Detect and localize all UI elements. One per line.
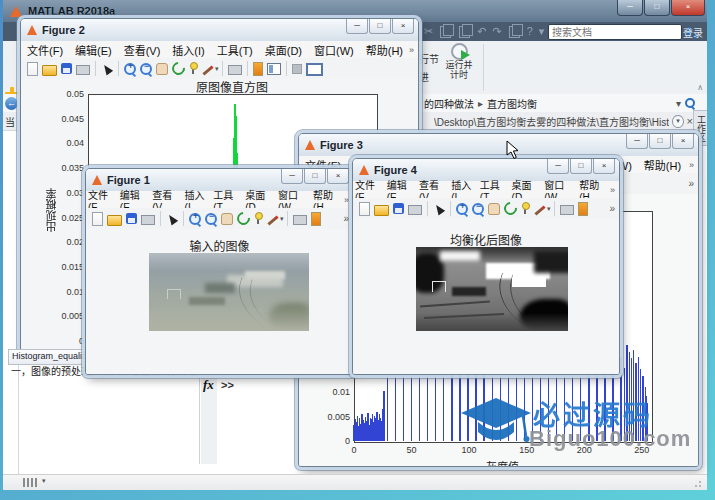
minimize-button[interactable]: ─ [547, 159, 569, 174]
zoom-out-icon[interactable] [205, 213, 217, 225]
advance-label-partial[interactable]: 进 [419, 69, 429, 84]
minimize-button[interactable]: ─ [346, 19, 368, 34]
figure3-titlebar[interactable]: Figure 3 ─ □ × [299, 134, 698, 157]
brush-icon[interactable] [202, 65, 213, 75]
run-section-label-partial[interactable]: 行节 [419, 51, 439, 66]
toolbar-dropdown-icon[interactable]: ▾ [539, 23, 545, 40]
zoom-out-icon[interactable] [140, 63, 152, 75]
new-figure-icon[interactable] [27, 62, 38, 76]
menu-file[interactable]: 文件(F) [27, 42, 63, 58]
open-icon[interactable] [107, 215, 122, 226]
menu-help[interactable]: 帮助(H) [644, 157, 681, 173]
menu-view[interactable]: 查看(V) [124, 42, 161, 58]
switch-window-icon[interactable] [509, 26, 520, 38]
brush-icon[interactable] [534, 205, 545, 215]
brush-dropdown-icon[interactable]: ▾ [280, 215, 284, 223]
close-button[interactable]: × [593, 159, 615, 174]
menu-overflow-icon[interactable]: » [409, 45, 414, 55]
close-button[interactable]: × [671, 0, 705, 16]
menu-tools[interactable]: 工具(T) [217, 42, 253, 58]
pointer-icon[interactable] [101, 62, 113, 75]
pointer-icon[interactable] [433, 202, 445, 215]
menu-desktop[interactable]: 桌面(D) [265, 42, 302, 58]
folder-search-icon[interactable] [685, 98, 695, 108]
command-prompt[interactable]: >> [221, 379, 234, 391]
breadcrumb-dropdown-icon[interactable]: ▾ [676, 98, 681, 109]
maximize-button[interactable]: □ [369, 19, 391, 34]
hide-plottools-icon[interactable] [292, 64, 302, 74]
menu-overflow-icon[interactable]: » [344, 195, 349, 205]
colorbar-icon[interactable] [311, 212, 321, 226]
show-plottools-icon[interactable] [306, 63, 323, 76]
datacursor-icon[interactable] [192, 63, 194, 74]
close-button[interactable]: × [672, 134, 694, 149]
minimize-button[interactable]: ─ [626, 134, 648, 149]
print-icon[interactable] [76, 65, 90, 75]
datacursor-icon[interactable] [524, 203, 526, 214]
close-button[interactable]: × [327, 169, 349, 184]
cut-icon[interactable]: ✂ [424, 23, 433, 40]
save-icon[interactable] [61, 63, 72, 74]
new-figure-icon[interactable] [359, 202, 370, 216]
doc-search-box[interactable] [548, 24, 682, 40]
zoom-out-icon[interactable] [472, 203, 484, 215]
print-icon[interactable] [141, 215, 155, 225]
save-icon[interactable] [393, 203, 404, 214]
menu-window[interactable]: 窗口(W) [314, 42, 354, 58]
open-icon[interactable] [42, 65, 57, 76]
brush-dropdown-icon[interactable]: ▾ [215, 65, 219, 73]
brush-icon[interactable] [267, 215, 278, 225]
maximize-button[interactable]: □ [570, 159, 592, 174]
rotate3d-icon[interactable] [169, 59, 187, 77]
link-plot-icon[interactable] [293, 215, 307, 225]
copy-icon[interactable] [440, 26, 451, 38]
menu-insert[interactable]: 插入(I) [172, 42, 204, 58]
back-button[interactable]: ← [5, 97, 18, 110]
save-icon[interactable] [126, 213, 137, 224]
menu-overflow-icon[interactable]: » [689, 160, 694, 170]
datacursor-icon[interactable] [257, 213, 259, 224]
legend-icon[interactable] [267, 63, 281, 75]
filebar-dropdown-icon[interactable]: ▾ [672, 115, 683, 128]
maximize-button[interactable]: □ [649, 134, 671, 149]
status-grip-dropdown-icon[interactable]: ▾ [42, 477, 46, 485]
zoom-in-icon[interactable] [189, 213, 201, 225]
open-icon[interactable] [374, 205, 389, 216]
minimize-button[interactable]: ─ [281, 169, 303, 184]
rotate3d-icon[interactable] [234, 209, 252, 227]
close-button[interactable]: × [392, 19, 414, 34]
pan-icon[interactable] [488, 203, 500, 215]
new-figure-icon[interactable] [92, 212, 103, 226]
figure2-titlebar[interactable]: Figure 2 ─ □ × [21, 19, 418, 42]
status-grip-icon[interactable] [23, 478, 39, 487]
link-plot-icon[interactable] [560, 205, 574, 215]
help-icon[interactable]: ? [527, 23, 533, 40]
print-icon[interactable] [408, 205, 422, 215]
breadcrumb-prefix[interactable]: 的四种做法 [424, 96, 474, 111]
toolbar-overflow-icon[interactable]: » [609, 203, 615, 214]
link-plot-icon[interactable] [228, 65, 242, 75]
minimize-button[interactable]: ─ [617, 0, 643, 16]
login-link[interactable]: 登录 [683, 25, 703, 40]
colorbar-icon[interactable] [578, 202, 588, 216]
open-file-path[interactable]: \Desktop\直方图均衡去雾的四种做法\直方图均衡\Histogram_e.… [434, 114, 669, 129]
search-input[interactable] [549, 27, 687, 38]
resize-grip-icon[interactable] [694, 478, 704, 488]
brush-dropdown-icon[interactable]: ▾ [547, 205, 551, 213]
menu-overflow-icon[interactable]: » [610, 185, 615, 195]
colorbar-icon[interactable] [253, 62, 263, 76]
pan-icon[interactable] [221, 213, 233, 225]
pointer-icon[interactable] [166, 212, 178, 225]
maximize-button[interactable]: □ [644, 0, 670, 16]
paste-icon[interactable] [459, 26, 470, 38]
rotate3d-icon[interactable] [501, 199, 519, 217]
zoom-in-icon[interactable] [456, 203, 468, 215]
redo-icon[interactable]: ↷ [492, 23, 501, 40]
collapse-ribbon-icon[interactable]: ∧ [697, 83, 703, 92]
run-and-time-button[interactable]: 运行并 计时 [439, 43, 479, 80]
breadcrumb-current[interactable]: 直方图均衡 [487, 96, 537, 111]
toolbar-overflow-icon[interactable]: » [343, 213, 349, 224]
menu-help[interactable]: 帮助(H) [366, 42, 403, 58]
menu-edit[interactable]: 编辑(E) [75, 42, 112, 58]
pan-icon[interactable] [156, 63, 168, 75]
